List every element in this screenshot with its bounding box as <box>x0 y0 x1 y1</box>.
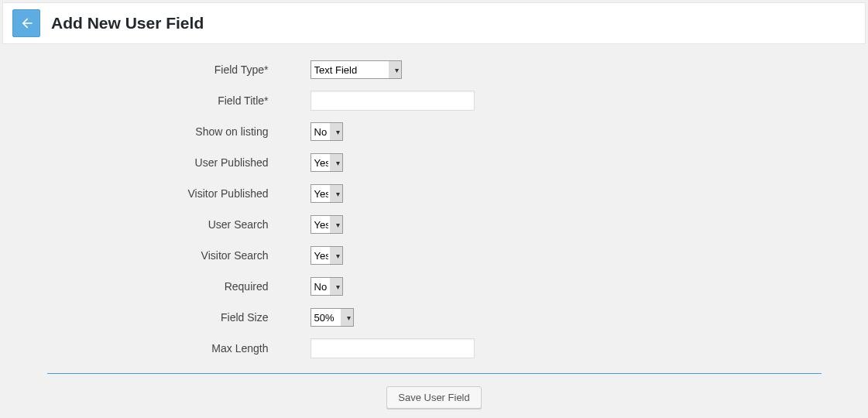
field-type-select[interactable]: Text Field <box>310 60 402 79</box>
required-select[interactable]: No <box>310 277 343 296</box>
label-field-title: Field Title* <box>47 94 310 107</box>
label-visitor-search: Visitor Search <box>47 249 310 262</box>
row-user-published: User Published Yes <box>47 147 822 178</box>
label-required: Required <box>47 280 310 293</box>
row-max-length: Max Length <box>47 333 822 364</box>
max-length-input[interactable] <box>310 338 475 358</box>
form-container: Field Type* Text Field Field Title* Show… <box>0 46 868 418</box>
save-user-field-button[interactable]: Save User Field <box>386 386 481 409</box>
form-divider <box>47 373 822 374</box>
label-user-published: User Published <box>47 156 310 169</box>
label-max-length: Max Length <box>47 342 310 355</box>
field-size-select[interactable]: 50% <box>310 308 354 327</box>
label-field-type: Field Type* <box>47 63 310 76</box>
user-published-select[interactable]: Yes <box>310 153 343 172</box>
row-visitor-search: Visitor Search Yes <box>47 240 822 271</box>
row-field-title: Field Title* <box>47 85 822 116</box>
row-field-type: Field Type* Text Field <box>47 54 822 85</box>
save-row: Save User Field <box>47 386 822 409</box>
form-inner: Field Type* Text Field Field Title* Show… <box>47 54 822 409</box>
user-search-select[interactable]: Yes <box>310 215 343 234</box>
back-button[interactable] <box>12 9 40 37</box>
row-required: Required No <box>47 271 822 302</box>
page-header: Add New User Field <box>3 3 865 43</box>
visitor-published-select[interactable]: Yes <box>310 184 343 203</box>
row-show-on-listing: Show on listing No <box>47 116 822 147</box>
label-visitor-published: Visitor Published <box>47 187 310 200</box>
page-title: Add New User Field <box>51 14 204 33</box>
label-field-size: Field Size <box>47 311 310 324</box>
row-field-size: Field Size 50% <box>47 302 822 333</box>
row-visitor-published: Visitor Published Yes <box>47 178 822 209</box>
field-title-input[interactable] <box>310 91 475 111</box>
visitor-search-select[interactable]: Yes <box>310 246 343 265</box>
arrow-left-icon <box>19 15 34 31</box>
page-panel: Add New User Field <box>2 2 866 44</box>
label-user-search: User Search <box>47 218 310 231</box>
label-show-on-listing: Show on listing <box>47 125 310 138</box>
row-user-search: User Search Yes <box>47 209 822 240</box>
show-on-listing-select[interactable]: No <box>310 122 343 141</box>
